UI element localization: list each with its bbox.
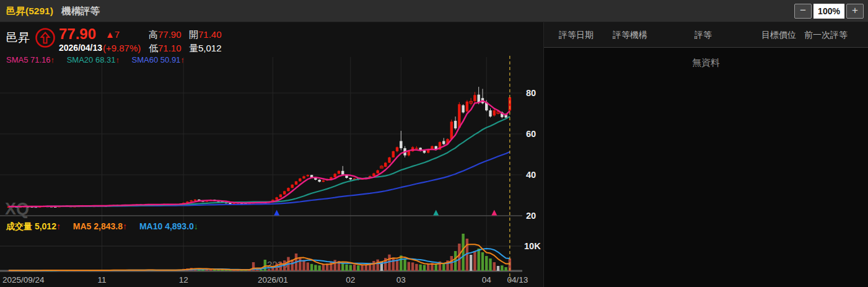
volume-value: 5,012 [198,43,222,53]
open-label: 開 [189,29,198,40]
open-value: 71.40 [198,29,222,40]
price-change: ▲7 [105,29,120,40]
sma5-up-arrow-icon: ↑ [51,55,55,64]
column-rating-date: 評等日期 [559,22,594,48]
volume-label: 量 [189,43,198,53]
high-label: 高 [149,29,158,40]
svg-text:10K: 10K [524,241,541,251]
watermarks-layer: XQ2026 [5,200,287,270]
markers-layer [274,56,510,281]
rating-table-header: 評等日期 評等機構 評等 目標價位 前一次評等 [544,22,868,48]
volume-ma5-up-arrow-icon: ↑ [123,221,127,231]
svg-text:2025/09/24: 2025/09/24 [2,275,45,285]
sma5-legend: SMA5 71.16 [6,55,51,64]
low-label: 低 [149,43,158,53]
limit-up-icon [35,27,56,48]
price-ma-layer [9,101,510,207]
zoom-control: − 100% + [794,4,864,19]
window-title: 邑昇(5291) 機構評等 [6,0,100,22]
svg-text:80: 80 [526,88,536,98]
last-price: 77.90 [59,25,96,43]
sma60-legend: SMA60 50.91 [132,55,181,64]
signal-triangle-icon [274,210,279,216]
rating-panel: 評等日期 評等機構 評等 目標價位 前一次評等 無資料 [543,22,868,287]
svg-text:20: 20 [526,211,536,221]
volume-ma10-legend: MA10 4,893.0 [139,221,194,231]
sma20-legend: SMA20 68.31 [67,55,116,64]
low-value: 71.10 [158,43,182,53]
column-target-price: 目標價位 [761,22,796,48]
volume-legend: 成交量 5,012↑ MA5 2,843.8↑ MA10 4,893.0↓ [6,221,198,232]
volume-total-legend: 成交量 5,012 [6,221,56,231]
quote-stock-name: 邑昇 [6,30,30,46]
zoom-out-button[interactable]: − [794,4,812,19]
price-change-percent: (+9.87%) [103,43,141,53]
svg-text:11: 11 [97,275,106,285]
page-title: 機構評等 [61,6,100,16]
column-rating-agency: 評等機構 [613,22,647,48]
volume-layer [7,234,511,271]
svg-text:2026/01: 2026/01 [258,275,288,285]
stock-title: 邑昇(5291) [6,6,53,16]
zoom-in-button[interactable]: + [846,4,864,19]
volume-up-arrow-icon: ↑ [56,221,61,231]
volume-ma10-down-arrow-icon: ↓ [194,221,198,231]
svg-text:12: 12 [179,275,188,285]
svg-text:40: 40 [526,170,536,180]
sma60-up-arrow-icon: ↑ [180,55,185,64]
sma20-up-arrow-icon: ↑ [115,55,120,64]
signal-triangle-icon [433,210,439,216]
top-title-bar: 邑昇(5291) 機構評等 − 100% + [0,0,868,22]
chart-panel: XQ20268060402010K2025/09/2411122026/0102… [0,22,543,287]
volume-ma5-legend: MA5 2,843.8 [73,221,123,231]
quote-date: 2026/04/13 [59,43,102,53]
sma-legend: SMA5 71.16↑ SMA20 68.31↑ SMA60 50.91↑ [6,55,195,64]
svg-text:04: 04 [482,275,492,285]
svg-text:60: 60 [526,129,536,139]
grid-layer [0,57,522,271]
zoom-level-value: 100% [813,4,844,19]
svg-text:03: 03 [397,275,406,285]
candles-layer [7,87,511,208]
column-rating: 評等 [695,22,712,48]
svg-text:02: 02 [346,275,355,285]
high-value: 77.90 [158,29,182,40]
svg-text:04/13: 04/13 [507,275,528,285]
no-data-message: 無資料 [544,48,868,69]
column-previous-rating: 前一次評等 [804,22,848,48]
signal-triangle-icon [491,210,497,216]
